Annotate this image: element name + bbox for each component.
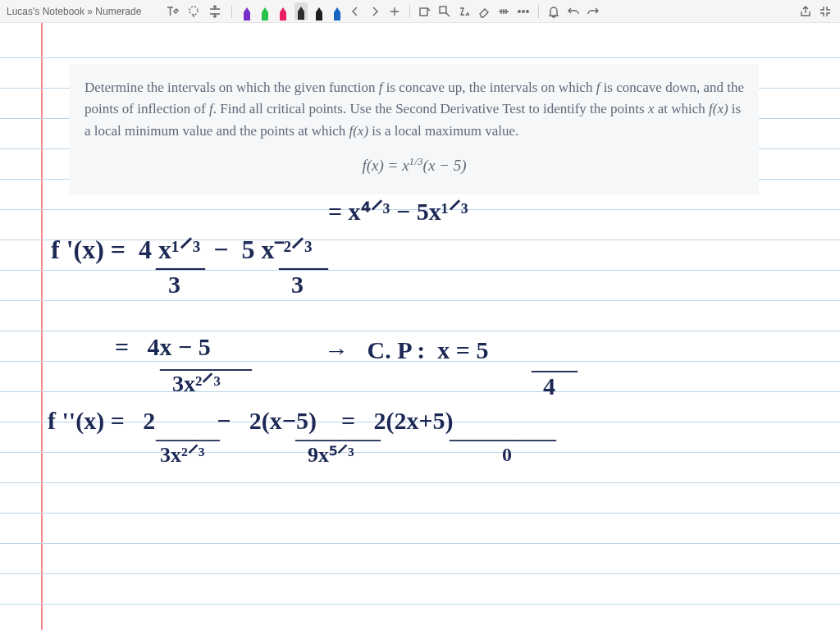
chevron-left-icon[interactable] (289, 3, 305, 20)
text-tool-icon[interactable] (164, 3, 180, 20)
fullscreen-exit-icon[interactable] (817, 3, 833, 20)
hand-line3-den1: 3x²⸍³ (160, 445, 205, 466)
chevron-right-icon[interactable] (367, 3, 383, 20)
ruled-line (0, 573, 840, 574)
chevron-left-icon[interactable] (347, 3, 363, 20)
svg-point-4 (523, 10, 524, 11)
toolbar-separator (231, 5, 232, 18)
hand-line2a-den: 3x²⸍³ (172, 372, 221, 395)
toolbar: Lucas's Notebook » Numerade (0, 0, 840, 23)
ruled-line (0, 270, 840, 271)
ruled-line (0, 604, 840, 605)
pen-0[interactable] (240, 2, 253, 21)
handwriting-line0: = x⁴⸍³ − 5x¹⸍³ (328, 199, 468, 224)
undo-icon[interactable] (565, 3, 582, 20)
insert-space-icon[interactable] (207, 3, 223, 20)
add-pen-icon[interactable] (386, 3, 403, 20)
redo-icon[interactable] (585, 3, 601, 20)
hand-line3-den2: 9x⁵⸍³ (308, 445, 354, 466)
hand-line1-den1: 3 (168, 272, 180, 297)
svg-rect-2 (440, 7, 446, 13)
ruled-line (0, 391, 840, 392)
hand-line1-den2: 3 (291, 272, 304, 297)
ruled-line (0, 513, 840, 514)
ruled-line (0, 543, 840, 544)
notebook-page: Determine the intervals on which the giv… (0, 23, 840, 630)
svg-point-3 (518, 10, 520, 11)
pen-2[interactable] (276, 2, 290, 21)
handwriting-line3: f ''(x) = 2 − 2(x−5) = 2(2x+5) (48, 409, 454, 433)
ruled-line (0, 331, 840, 331)
pen-5[interactable] (331, 2, 344, 21)
pen-4[interactable] (313, 2, 326, 21)
ink-to-math-icon[interactable] (456, 3, 472, 20)
problem-text: Determine the intervals on which the giv… (84, 80, 744, 139)
eraser-icon[interactable] (476, 3, 492, 20)
hand-line2-cp-den: 4 (543, 374, 555, 399)
ruled-line (0, 452, 840, 453)
handwriting-line2-cp: → C. P : x = 5 (324, 338, 488, 363)
problem-box: Determine the intervals on which the giv… (70, 64, 759, 194)
svg-point-5 (527, 10, 528, 11)
ruled-line (0, 300, 840, 301)
problem-equation: f(x) = x1/3(x − 5) (84, 153, 744, 178)
svg-point-0 (189, 7, 198, 15)
ruler-icon[interactable] (495, 3, 512, 20)
margin-line (41, 23, 43, 630)
toolbar-separator (538, 5, 539, 18)
ink-to-shape-icon[interactable] (436, 3, 453, 20)
svg-rect-1 (420, 8, 427, 16)
toolbar-group-left (164, 2, 344, 21)
pen-1[interactable] (258, 2, 272, 21)
ruled-line (0, 57, 840, 58)
breadcrumb[interactable]: Lucas's Notebook » Numerade (7, 6, 141, 17)
shape-icon[interactable] (417, 3, 433, 20)
share-icon[interactable] (797, 3, 814, 20)
toolbar-separator (409, 5, 410, 18)
ruled-line (0, 482, 840, 483)
more-icon[interactable] (515, 3, 532, 20)
lasso-icon[interactable] (185, 3, 202, 20)
hand-line3-den3: 0 (502, 445, 512, 464)
bell-icon[interactable] (546, 3, 562, 20)
